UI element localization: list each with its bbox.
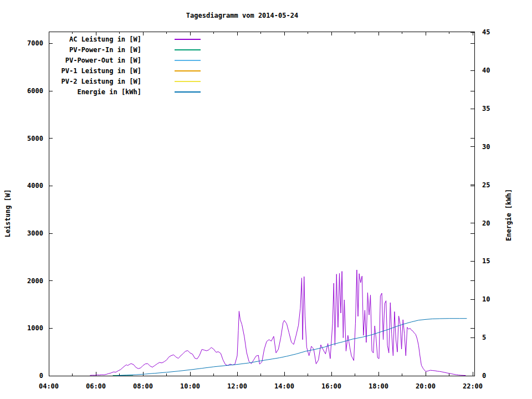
x-tick-label: 10:00 [180, 382, 200, 390]
y2-tick-label: 20 [482, 219, 490, 227]
legend-entry: PV-1 Leistung in [W] [62, 67, 201, 75]
y-tick-label: 7000 [27, 39, 43, 47]
y2-tick-label: 40 [482, 66, 490, 74]
tagesdiagramm-chart: Tagesdiagramm vom 2014-05-24 Leistung [W… [0, 0, 532, 399]
legend-entry: AC Leistung in [W] [69, 35, 201, 43]
series-lines [90, 270, 467, 376]
x-tick-label: 16:00 [321, 382, 341, 390]
y-axis-label: Leistung [W] [4, 190, 12, 238]
legend-entry: PV-Power-In in [W] [69, 46, 201, 54]
y2-axis-label: Energie [kWh] [505, 189, 513, 241]
y-tick-label: 3000 [27, 229, 43, 237]
legend-entry: PV-2 Leistung in [W] [62, 78, 201, 85]
x-tick-label: 12:00 [227, 382, 247, 390]
chart-canvas: Tagesdiagramm vom 2014-05-24 Leistung [W… [0, 0, 532, 399]
y2-tick-label: 5 [482, 334, 486, 341]
legend-entry: PV-Power-Out in [W] [65, 57, 201, 64]
y2-tick-label: 30 [482, 143, 490, 151]
y-tick-label: 1000 [27, 324, 43, 332]
legend-label: PV-2 Leistung in [W] [62, 78, 142, 85]
x-tick-label: 18:00 [369, 382, 388, 390]
y2-tick-label: 35 [482, 105, 490, 112]
y2-tick-label: 0 [482, 372, 486, 380]
x-tick-label: 04:00 [39, 382, 59, 390]
legend-label: AC Leistung in [W] [69, 35, 141, 43]
legend-label: PV-Power-In in [W] [69, 46, 141, 54]
y-tick-label: 4000 [27, 182, 43, 190]
x-tick-label: 20:00 [416, 382, 436, 390]
x-tick-label: 08:00 [133, 382, 153, 390]
y-tick-label: 6000 [27, 87, 43, 95]
y-tick-label: 2000 [27, 277, 43, 285]
y2-tick-label: 45 [482, 28, 490, 36]
legend-label: PV-1 Leistung in [W] [62, 67, 142, 75]
legend-label: PV-Power-Out in [W] [65, 57, 141, 64]
x-tick-label: 22:00 [463, 382, 483, 390]
legend-label: Energie in [kWh] [77, 88, 141, 96]
y-tick-label: 0 [39, 372, 43, 380]
legend: AC Leistung in [W]PV-Power-In in [W]PV-P… [62, 35, 201, 96]
series-line-energie-in-kwh [117, 319, 467, 376]
y2-tick-label: 25 [482, 181, 490, 189]
legend-entry: Energie in [kWh] [77, 88, 201, 96]
x-tick-label: 14:00 [274, 382, 294, 390]
y-tick-label: 5000 [27, 135, 43, 142]
y2-tick-label: 15 [482, 257, 490, 265]
chart-title: Tagesdiagramm vom 2014-05-24 [186, 12, 298, 19]
y2-tick-label: 10 [482, 295, 490, 303]
x-tick-label: 06:00 [86, 382, 106, 390]
